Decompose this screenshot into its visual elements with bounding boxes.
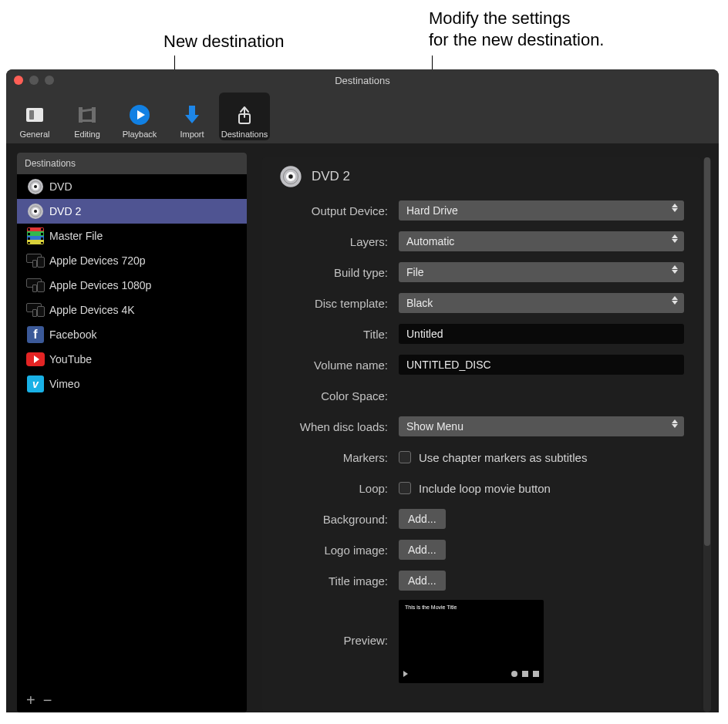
destination-item-vimeo[interactable]: v Vimeo [17,372,247,396]
destination-settings-panel: DVD 2 Output Device: Hard Drive Layers: … [253,143,719,712]
build-type-select[interactable]: File [399,262,684,282]
preview-control-icon [522,671,528,677]
vertical-scrollbar[interactable] [703,157,711,712]
import-icon [179,102,205,128]
volume-name-input[interactable] [399,355,684,375]
toolbar: General Editing Playback Import [6,91,719,143]
preview-play-icon [403,671,408,677]
destination-item-label: Vimeo [49,378,79,390]
zoom-window-button[interactable] [45,76,54,85]
svg-rect-0 [26,108,43,122]
preview-control-icon [511,671,517,677]
minimize-window-button[interactable] [29,76,39,85]
sidebar-footer: + − [17,688,247,712]
title-input[interactable] [399,324,684,344]
apple-devices-icon [26,276,45,295]
tab-label: Import [180,130,204,139]
label-title-image: Title image: [279,574,399,588]
label-build-type: Build type: [279,266,399,279]
label-background: Background: [279,513,399,526]
label-color-space: Color Space: [279,389,399,402]
label-when-disc-loads: When disc loads: [279,420,399,433]
sidebar-header: Destinations [17,153,247,174]
settings-title: DVD 2 [312,169,350,184]
annotation-right: Modify the settings for the new destinat… [429,8,604,50]
add-destination-button[interactable]: + [26,692,35,708]
label-title: Title: [279,328,399,341]
destination-item-facebook[interactable]: f Facebook [17,322,247,347]
remove-destination-button[interactable]: − [43,692,52,708]
disc-template-select[interactable]: Black [399,293,684,313]
destination-item-apple-4k[interactable]: Apple Devices 4K [17,298,247,322]
loop-checkbox[interactable] [399,482,411,494]
label-markers: Markers: [279,451,399,464]
destinations-icon [231,102,258,128]
tab-label: Destinations [221,130,268,139]
loop-checkbox-label: Include loop movie button [419,482,551,495]
preview-title-text: This is the Movie Title [405,604,457,610]
preview-thumbnail: This is the Movie Title [399,600,544,683]
destination-item-dvd-2[interactable]: DVD 2 [17,199,247,224]
vimeo-icon: v [26,375,45,393]
destination-item-dvd[interactable]: DVD [17,174,247,199]
youtube-icon [26,350,45,369]
logo-image-add-button[interactable]: Add... [399,540,446,560]
markers-checkbox-label: Use chapter markers as subtitles [419,451,587,464]
destination-item-label: Apple Devices 1080p [49,279,151,291]
layers-value: Automatic [406,235,454,248]
preview-control-icon [533,671,539,677]
label-layers: Layers: [279,235,399,248]
playback-icon [126,102,153,128]
disc-icon [26,202,45,221]
tab-playback[interactable]: Playback [114,93,165,140]
svg-rect-4 [79,120,96,122]
label-disc-template: Disc template: [279,297,399,310]
destinations-sidebar: Destinations DVD DVD 2 [17,153,247,712]
destination-item-label: Facebook [49,328,96,341]
disc-icon [26,177,45,196]
window-title: Destinations [6,75,719,86]
close-window-button[interactable] [14,76,23,85]
preferences-window: Destinations General Editing Playback [6,69,719,712]
general-icon [22,102,48,128]
disc-template-value: Black [406,297,433,309]
destinations-list: DVD DVD 2 Master File Apple [17,174,247,396]
title-bar: Destinations [6,69,719,91]
when-disc-loads-select[interactable]: Show Menu [399,416,684,436]
svg-point-18 [288,174,292,178]
destination-item-label: DVD 2 [49,205,81,217]
destination-item-label: DVD [49,180,72,193]
markers-checkbox[interactable] [399,451,411,463]
film-icon [26,227,45,245]
tab-label: Playback [123,130,157,139]
tab-general[interactable]: General [9,93,60,140]
destination-item-apple-1080p[interactable]: Apple Devices 1080p [17,273,247,298]
tab-import[interactable]: Import [167,93,217,140]
svg-rect-1 [29,110,34,120]
label-output-device: Output Device: [279,204,399,217]
tab-label: General [19,130,49,139]
label-volume-name: Volume name: [279,359,399,372]
svg-point-14 [34,210,37,213]
destination-item-youtube[interactable]: YouTube [17,347,247,372]
tab-destinations[interactable]: Destinations [219,93,270,140]
tab-label: Editing [74,130,100,139]
facebook-icon: f [26,325,45,344]
editing-icon [74,102,100,128]
apple-devices-icon [26,251,45,270]
label-logo-image: Logo image: [279,544,399,557]
background-add-button[interactable]: Add... [399,509,446,529]
output-device-value: Hard Drive [406,204,458,217]
apple-devices-icon [26,301,45,319]
annotation-left: New destination [163,31,285,52]
output-device-select[interactable]: Hard Drive [399,200,684,221]
destination-item-apple-720p[interactable]: Apple Devices 720p [17,248,247,273]
build-type-value: File [406,266,424,278]
layers-select[interactable]: Automatic [399,231,684,251]
destination-item-label: Apple Devices 4K [49,304,135,316]
tab-editing[interactable]: Editing [62,93,113,140]
scrollbar-thumb[interactable] [704,157,710,546]
label-loop: Loop: [279,482,399,495]
destination-item-master-file[interactable]: Master File [17,224,247,248]
title-image-add-button[interactable]: Add... [399,571,446,591]
